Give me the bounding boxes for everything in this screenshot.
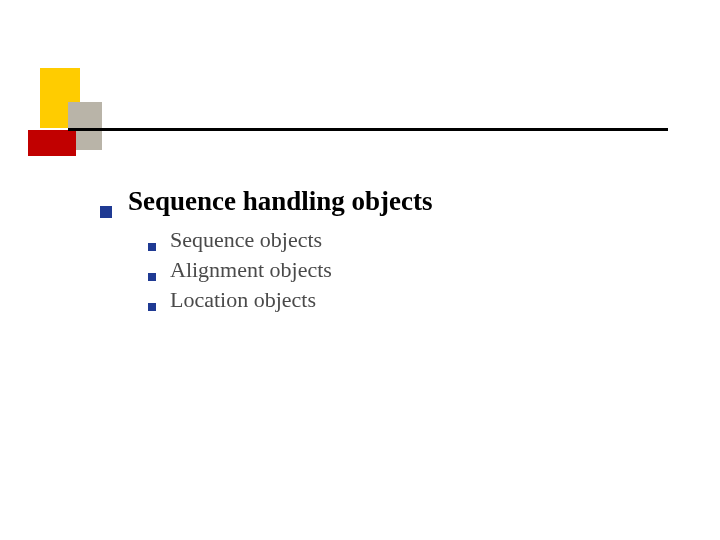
sublist: Sequence objects Alignment objects Locat…: [148, 227, 660, 313]
sub-item-label: Sequence objects: [170, 227, 322, 253]
horizontal-rule: [68, 128, 668, 131]
slide-content: Sequence handling objects Sequence objec…: [100, 186, 660, 317]
list-item: Alignment objects: [148, 257, 660, 283]
list-item: Location objects: [148, 287, 660, 313]
sub-item-label: Location objects: [170, 287, 316, 313]
list-item-main: Sequence handling objects: [100, 186, 660, 217]
sub-item-label: Alignment objects: [170, 257, 332, 283]
accent-block-red: [28, 130, 76, 156]
square-bullet-icon: [148, 243, 156, 251]
main-heading: Sequence handling objects: [128, 186, 433, 217]
square-bullet-icon: [148, 303, 156, 311]
square-bullet-icon: [100, 206, 112, 218]
square-bullet-icon: [148, 273, 156, 281]
title-decoration: [28, 68, 668, 156]
list-item: Sequence objects: [148, 227, 660, 253]
